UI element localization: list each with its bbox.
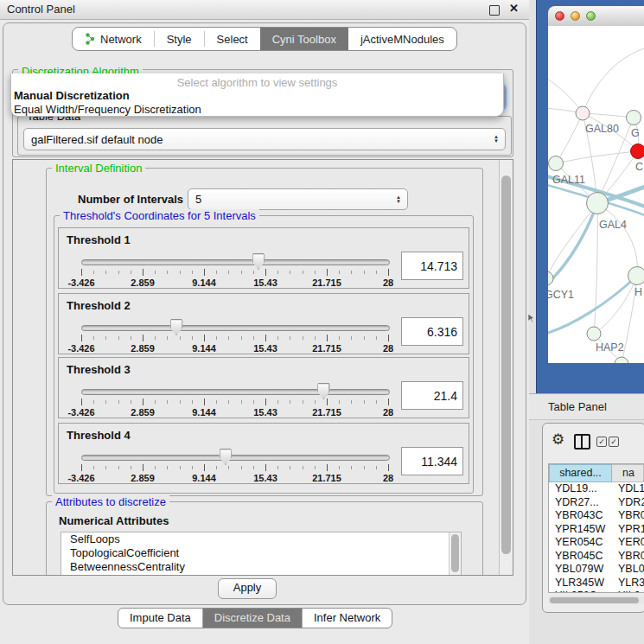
slider-ticks <box>81 269 388 277</box>
popup-option-equal-width[interactable]: Equal Width/Frequency Discretization <box>11 103 503 117</box>
node-label: GAL11 <box>552 174 585 186</box>
node-label: GAL80 <box>585 123 619 135</box>
slider-track[interactable] <box>81 389 390 395</box>
network-window-titlebar <box>548 6 644 27</box>
slider-thumb[interactable] <box>252 253 265 270</box>
node-label: G <box>631 127 640 139</box>
cyni-bottom-tabs: Impute Data Discretize Data Infer Networ… <box>118 608 392 628</box>
table-horizontal-scrollbar[interactable] <box>548 596 644 604</box>
gear-icon[interactable]: ⚙ <box>552 430 564 449</box>
attribute-item[interactable]: SelfLoops <box>61 532 461 546</box>
threshold-4-label: Threshold 4 <box>67 429 131 442</box>
node-label: HAP2 <box>596 341 624 354</box>
table-row[interactable]: YER054CYER0 <box>549 536 644 550</box>
threshold-1-value-field[interactable]: 14.713 <box>401 252 463 280</box>
number-of-intervals-label: Number of Intervals <box>78 193 183 206</box>
close-traffic-light-icon[interactable] <box>555 11 564 21</box>
scrollbar-thumb[interactable] <box>451 534 459 572</box>
slider-thumb[interactable] <box>170 319 183 335</box>
node-label: GAL4 <box>599 219 627 231</box>
network-node[interactable] <box>587 327 601 341</box>
mouse-cursor <box>528 314 537 325</box>
threshold-4-slider[interactable]: -3.4262.8599.14415.4321.71528 <box>81 455 388 482</box>
scrollbar-thumb[interactable] <box>501 175 511 554</box>
group-title-thresholds: Threshold's Coordinates for 5 Intervals <box>60 209 259 222</box>
popup-prompt: Select algorithm to view settings <box>11 76 503 89</box>
split-panel-icon[interactable] <box>574 434 590 450</box>
attributes-group: Attributes to discretize Numerical Attri… <box>46 501 483 576</box>
tab-cyni-toolbox[interactable]: Cyni Toolbox <box>260 28 348 50</box>
table-row[interactable]: YBL079WYBL0 <box>549 563 644 577</box>
slider-scale-labels: -3.4262.8599.14415.4321.71528 <box>81 343 388 354</box>
threshold-3-slider[interactable]: -3.4262.8599.14415.4321.71528 <box>81 389 388 417</box>
slider-thumb[interactable] <box>219 449 232 465</box>
table-row[interactable]: YPR145WYPR1 <box>549 523 644 537</box>
threshold-3-value-field[interactable]: 21.4 <box>401 381 463 410</box>
table-data-combobox[interactable]: galFiltered.sif default node ▲▼ <box>23 128 506 150</box>
tab-network[interactable]: Network <box>73 28 154 50</box>
checkbox-icon[interactable]: ✓ <box>609 437 619 447</box>
threshold-2-slider[interactable]: -3.4262.8599.14415.4321.71528 <box>81 325 388 353</box>
attribute-item[interactable]: BetweennessCentrality <box>61 560 461 574</box>
table-row[interactable]: YBR043CYBR0 <box>549 509 644 523</box>
panel-title: Control Panel <box>7 3 75 16</box>
table-row[interactable]: YDL19...YDL1 <box>549 482 644 496</box>
threshold-2-value-field[interactable]: 6.316 <box>401 317 463 346</box>
attribute-item[interactable]: TopologicalCoefficient <box>61 546 461 560</box>
network-node[interactable] <box>627 111 641 125</box>
table-panel-titlebar: Table Panel <box>529 393 644 420</box>
settings-scroll-panel: Interval Definition Number of Intervals … <box>12 159 513 576</box>
slider-track[interactable] <box>81 325 390 331</box>
network-node[interactable] <box>631 144 644 159</box>
network-node[interactable] <box>548 271 553 285</box>
threshold-3-label: Threshold 3 <box>67 363 131 376</box>
close-icon[interactable]: ✕ <box>509 2 519 15</box>
network-node[interactable] <box>549 156 564 171</box>
tab-select[interactable]: Select <box>205 28 260 50</box>
table-panel-title: Table Panel <box>548 400 607 413</box>
control-panel: Control Panel ✕ Network Style Select Cyn… <box>0 0 529 644</box>
threshold-3-panel: Threshold 3 -3.4262.8599.14415.4321.7152… <box>58 357 469 418</box>
network-node[interactable] <box>587 193 609 214</box>
slider-ticks <box>81 464 388 472</box>
table-row[interactable]: YIL052CYIL0 <box>549 590 644 593</box>
attributes-list-scrollbar[interactable] <box>449 532 461 576</box>
tab-impute-data[interactable]: Impute Data <box>118 609 203 628</box>
table-row[interactable]: YDR27...YDR2 <box>549 496 644 510</box>
table-body: YDL19...YDL1YDR27...YDR2YBR043CYBR0YPR14… <box>549 482 644 593</box>
minimize-traffic-light-icon[interactable] <box>571 11 580 21</box>
number-of-intervals-combobox[interactable]: 5 ▲▼ <box>188 188 408 210</box>
column-header-name[interactable]: na <box>612 464 644 482</box>
apply-button[interactable]: Apply <box>218 578 277 599</box>
tab-infer-network[interactable]: Infer Network <box>303 609 392 628</box>
settings-vertical-scrollbar[interactable] <box>499 160 513 575</box>
checkbox-icon[interactable]: ✓ <box>596 437 607 447</box>
threshold-2-panel: Threshold 2 -3.4262.8599.14415.4321.7152… <box>58 293 469 354</box>
slider-scale-labels: -3.4262.8599.14415.4321.71528 <box>81 473 388 483</box>
numerical-attributes-list[interactable]: SelfLoopsTopologicalCoefficientBetweenne… <box>61 532 462 576</box>
slider-thumb[interactable] <box>317 383 330 399</box>
zoom-traffic-light-icon[interactable] <box>586 11 596 21</box>
threshold-1-slider[interactable]: -3.4262.8599.14415.4321.71528 <box>81 259 388 287</box>
node-table: shared... na YDL19...YDL1YDR27...YDR2YBR… <box>548 463 644 593</box>
popup-option-manual[interactable]: Manual Discretization <box>11 89 503 103</box>
table-data-group: Table Data galFiltered.sif default node … <box>17 116 512 156</box>
tab-jactivemnodules[interactable]: jActiveMNodules <box>348 28 456 50</box>
thresholds-group: Threshold's Coordinates for 5 Intervals … <box>54 215 474 494</box>
network-canvas[interactable]: GAL80GCGAL11GAL4GCY1HHAP2 <box>548 26 644 363</box>
tab-style[interactable]: Style <box>155 28 204 50</box>
combo-arrows-icon: ▲▼ <box>494 135 499 143</box>
float-panel-icon[interactable] <box>489 5 500 16</box>
threshold-4-value-field[interactable]: 11.344 <box>401 447 463 475</box>
scrollbar-thumb[interactable] <box>550 597 639 603</box>
column-header-shared-name[interactable]: shared... <box>549 464 612 482</box>
slider-track[interactable] <box>81 259 390 265</box>
algorithm-dropdown-popup: Select algorithm to view settings Manual… <box>10 73 504 117</box>
network-node[interactable] <box>576 106 590 120</box>
network-node[interactable] <box>628 267 644 285</box>
interval-definition-group: Interval Definition Number of Intervals … <box>46 168 483 496</box>
table-row[interactable]: YLR345WYLR3 <box>549 577 644 590</box>
slider-track[interactable] <box>81 455 390 461</box>
tab-discretize-data[interactable]: Discretize Data <box>203 609 303 628</box>
table-row[interactable]: YBR045CYBR0 <box>549 550 644 564</box>
